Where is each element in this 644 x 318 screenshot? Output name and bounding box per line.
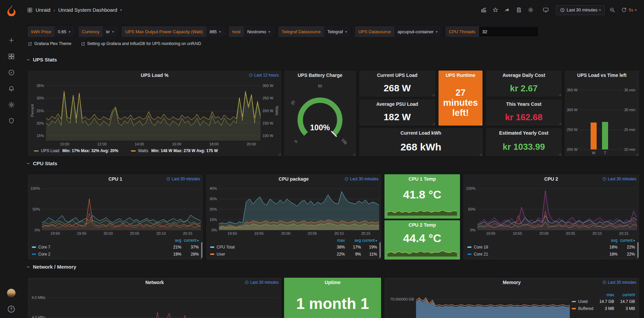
panel-title[interactable]: Current UPS Load: [377, 73, 418, 78]
variable-input-cpu-threads[interactable]: [479, 26, 539, 37]
cycle-view-button[interactable]: [542, 6, 550, 14]
add-panel-button[interactable]: [479, 6, 488, 14]
panel-title[interactable]: CPU package: [279, 176, 309, 182]
sidebar-item-create[interactable]: [0, 32, 22, 48]
panel-ups-runtime[interactable]: UPS Runtime 27 minutes left!: [439, 71, 482, 126]
dashboard-link-setting-up-grafana-and-i[interactable]: Setting up Grafana and InfluxDB for UPS …: [81, 41, 201, 46]
panel-title[interactable]: CPU 1 Temp: [409, 176, 436, 182]
panel-network[interactable]: Network Last 30 minutes 6.0 MBs4.0 MBs2.…: [28, 278, 281, 318]
legend-series-buffered[interactable]: Buffered: [572, 306, 593, 311]
panel-cpu-1-temp[interactable]: CPU 1 Temp 41.8 °C: [384, 174, 460, 219]
section-network-memory[interactable]: Network / Memory: [26, 264, 76, 270]
section-cpu-stats[interactable]: CPU Stats: [26, 161, 57, 166]
user-avatar[interactable]: [7, 288, 16, 298]
sidebar-item-configuration[interactable]: [0, 97, 22, 113]
panel-memory[interactable]: Memory Last 30 minutes 70.000000 GB60.00…: [384, 278, 639, 318]
x-tick-label: 10:00: [60, 142, 70, 146]
legend-column-max[interactable]: max: [329, 238, 345, 243]
panel-title[interactable]: UPS Battery Charge: [297, 73, 342, 78]
time-range-picker[interactable]: Last 30 minutes ▾: [556, 5, 605, 15]
grafana-logo[interactable]: [5, 4, 17, 16]
refresh-button[interactable]: 5s ▾: [620, 6, 638, 14]
sidebar-item-server-admin[interactable]: [0, 113, 22, 129]
panel-title[interactable]: Memory: [503, 280, 521, 285]
panel-title[interactable]: UPS Load %: [141, 73, 168, 78]
star-dashboard-button[interactable]: [491, 6, 500, 14]
panel-average-daily-cost[interactable]: Average Daily Cost kr 2.67: [486, 71, 562, 97]
panel-cpu-2-temp[interactable]: CPU 2 Temp 44.4 °C: [384, 220, 460, 260]
x-tick-label: 19:50: [486, 231, 496, 235]
panel-title[interactable]: CPU 2: [544, 176, 558, 182]
panel-title[interactable]: UPS Load vs Time left: [577, 73, 627, 78]
share-dashboard-button[interactable]: [503, 6, 511, 14]
panel-ups-load[interactable]: UPS Load % Last 12 hours Percent35%30%25…: [28, 71, 281, 156]
panel-title[interactable]: Average Daily Cost: [502, 73, 545, 78]
legend-column-current[interactable]: current▾: [181, 238, 199, 243]
breadcrumb-folder[interactable]: Unraid: [36, 7, 50, 13]
legend-series-core-7[interactable]: Core 7: [32, 245, 164, 249]
sidebar-item-alerting[interactable]: [0, 81, 22, 97]
variable-value-telegraf-datasource[interactable]: Telegraf▾: [324, 26, 350, 37]
panel-title[interactable]: Estimated Yearly Cost: [499, 130, 549, 136]
dashboard-settings-button[interactable]: [526, 6, 535, 14]
panel-title[interactable]: CPU 1: [108, 176, 122, 182]
legend-series-cpu-total[interactable]: CPU Total: [210, 245, 329, 249]
legend-column-avg[interactable]: avg: [345, 238, 361, 243]
variable-value-kwh-price[interactable]: 0.65▾: [54, 26, 74, 37]
panel-estimated-yearly-cost[interactable]: Estimated Yearly Cost kr 1033.99: [486, 128, 562, 156]
legend-value: 21%: [164, 245, 181, 249]
variable-value-currency[interactable]: kr▾: [103, 26, 117, 37]
legend-column-current[interactable]: current▾: [361, 238, 377, 243]
panel-average-psu-load[interactable]: Average PSU Load 182 W: [359, 99, 435, 126]
legend-series-user[interactable]: User: [210, 252, 329, 257]
save-dashboard-button[interactable]: [515, 6, 523, 14]
dashboards-grid-icon: [8, 53, 15, 60]
panel-title[interactable]: Network: [145, 280, 164, 285]
panel-current-ups-load[interactable]: Current UPS Load 268 W: [359, 71, 435, 97]
legend-column-max[interactable]: max: [593, 292, 614, 297]
legend-series-core-21[interactable]: Core 21: [467, 252, 600, 257]
dashboard-title[interactable]: Unraid System Dashboard: [58, 7, 117, 13]
legend-scrollbar[interactable]: [637, 242, 639, 258]
legend-column-avg[interactable]: avg: [600, 238, 617, 243]
panel-title[interactable]: This Years Cost: [506, 101, 542, 107]
legend-series-used[interactable]: Used: [572, 299, 593, 304]
dashboard-link-grafana-plex-theme[interactable]: Grafana Plex Theme: [28, 41, 72, 46]
y-tick-label: 150 W: [263, 121, 273, 125]
legend-column-current[interactable]: current: [614, 292, 635, 297]
legend-value: 18%: [600, 252, 617, 257]
zoom-out-button[interactable]: [608, 6, 616, 14]
variable-value-ups-max-output-power-capacity-watt[interactable]: 865▾: [206, 26, 224, 37]
variable-value-ups-datasource[interactable]: apcupsd-container▾: [394, 26, 441, 37]
y-axis-title: Watts: [275, 81, 279, 141]
panel-cpu-2[interactable]: CPU 2 Last 30 minutes 100%50%0%19:5019:5…: [463, 174, 639, 260]
legend-series-core-2[interactable]: Core 2: [32, 252, 164, 257]
panel-cpu-1[interactable]: CPU 1 Last 30 minutes 100%50%0%19:5019:5…: [28, 174, 203, 260]
legend-series-watts[interactable]: WattsMin: 148 W Max: 278 W Avg: 175 W: [131, 148, 218, 153]
panel-title[interactable]: CPU 2 Temp: [409, 222, 436, 228]
panel-ups-load-vs-time-left[interactable]: UPS Load vs Time left 350 W300 W250 W200…: [565, 71, 639, 156]
section-ups-stats[interactable]: UPS Stats: [26, 57, 57, 62]
variable-cpu-threads: CPU Threads: [446, 26, 539, 37]
legend-column-current[interactable]: current▾: [617, 238, 635, 243]
panel-current-load-kwh[interactable]: Current Load kWh 268 kWh: [359, 128, 482, 156]
panel-ups-battery-charge[interactable]: UPS Battery Charge 0 20 50 100 100%: [284, 71, 356, 156]
panel-time-range: Last 30 minutes: [166, 177, 200, 181]
variable-value-host[interactable]: Nostromo▾: [244, 26, 273, 37]
legend-column-avg[interactable]: avg: [164, 238, 181, 243]
panel-title[interactable]: UPS Runtime: [446, 73, 475, 78]
sidebar-item-explore[interactable]: [0, 64, 22, 81]
panel-title[interactable]: Average PSU Load: [376, 101, 418, 107]
legend-value: 3 MB: [593, 306, 614, 311]
legend-series-ups-load[interactable]: UPS LoadMin: 17% Max: 32% Avg: 20%: [34, 148, 118, 153]
panel-cpu-package[interactable]: CPU package Last 30 minutes 40%30%20%10%…: [206, 174, 381, 260]
panel-title[interactable]: Current Load kWh: [401, 130, 441, 136]
sidebar-item-dashboards[interactable]: [0, 48, 22, 64]
panel-this-years-cost[interactable]: This Years Cost kr 162.68: [486, 99, 562, 126]
legend-scrollbar[interactable]: [379, 242, 381, 258]
panel-title[interactable]: Uptime: [325, 280, 340, 285]
panel-uptime[interactable]: Uptime 1 month 1: [284, 278, 381, 318]
legend-scrollbar[interactable]: [201, 242, 202, 258]
help-icon[interactable]: ?: [8, 306, 15, 313]
legend-series-core-18[interactable]: Core 18: [467, 245, 600, 249]
